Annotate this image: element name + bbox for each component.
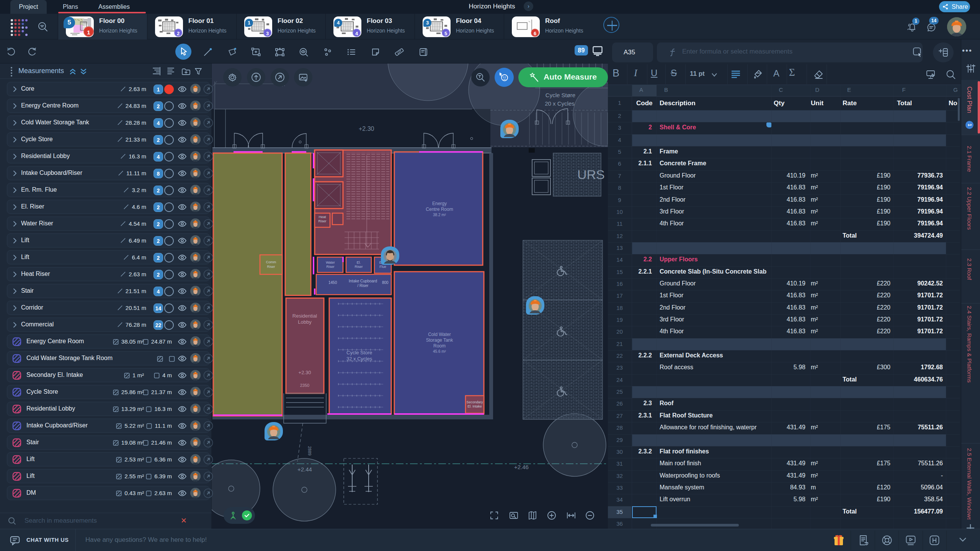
svg-text:Room: Room [433,343,446,349]
svg-text:Heat: Heat [318,215,326,219]
svg-text:URS: URS [577,167,605,182]
svg-text:Cycle Støre: Cycle Støre [546,92,575,98]
svg-text:20 x Cycles: 20 x Cycles [545,100,575,107]
svg-text:El.: El. [357,261,361,264]
svg-text:800: 800 [382,280,389,285]
svg-text:Riser: Riser [354,265,363,269]
svg-text:El. Intake: El. Intake [467,404,482,408]
svg-text:Riser: Riser [326,265,334,269]
svg-text:+2.30: +2.30 [359,126,374,132]
svg-text:Energy: Energy [432,201,447,206]
svg-text:Flue: Flue [379,265,386,269]
svg-text:2889: 2889 [307,446,312,455]
svg-text:Water: Water [326,261,335,264]
svg-text:38.2 m²: 38.2 m² [433,213,446,217]
svg-text:Centre Room: Centre Room [426,207,453,212]
svg-text:Riser: Riser [318,219,326,223]
svg-text:Secondary: Secondary [466,400,483,404]
svg-text:45.6 m²: 45.6 m² [433,349,446,354]
svg-text:Residential: Residential [292,313,317,319]
svg-text:Riser: Riser [267,265,275,269]
svg-text:/ Riser: / Riser [358,284,369,288]
svg-text:Cycle Store: Cycle Store [346,350,372,355]
svg-text:Storage Tank: Storage Tank [426,337,453,343]
svg-text:+2.46: +2.46 [514,464,529,470]
svg-text:1450: 1450 [328,280,337,285]
svg-text:32 x Cycles: 32 x Cycles [346,356,372,362]
svg-text:Intake Cupboard: Intake Cupboard [349,279,377,283]
svg-text:Comm: Comm [266,260,276,264]
svg-text:+2.30: +2.30 [299,370,311,375]
svg-text:2350: 2350 [300,383,309,388]
svg-text:Lobby: Lobby [298,319,312,325]
svg-text:Cold Water: Cold Water [428,332,451,337]
